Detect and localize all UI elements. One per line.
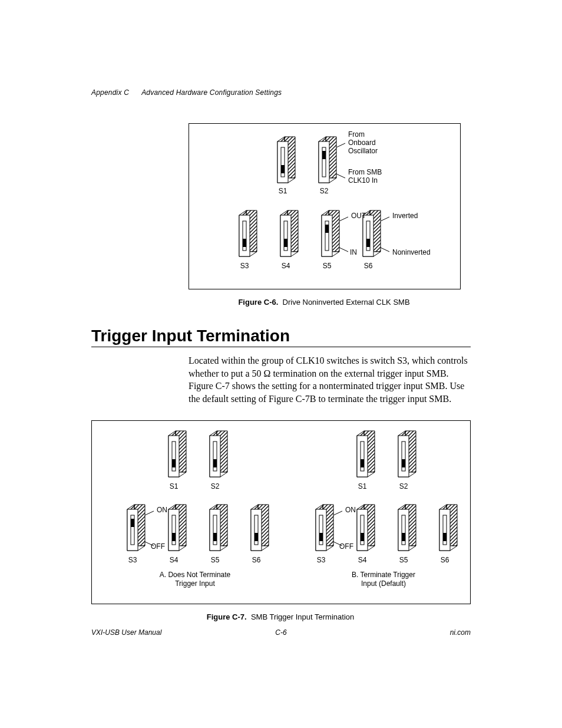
label-smb2: CLK10 In: [348, 176, 378, 185]
svg-rect-79: [254, 533, 258, 541]
label-inv: Inverted: [392, 212, 418, 220]
runhead-appendix: Appendix C: [91, 88, 129, 97]
svg-line-40: [381, 217, 389, 221]
svg-line-33: [339, 248, 348, 252]
label-out: OUT: [351, 212, 366, 220]
svg-rect-19: [243, 239, 246, 247]
b-s2: S2: [399, 482, 408, 490]
svg-rect-85: [361, 459, 364, 467]
label-s6: S6: [364, 262, 373, 270]
svg-rect-53: [213, 459, 217, 467]
svg-rect-39: [366, 239, 370, 247]
svg-rect-25: [284, 239, 287, 247]
label-noninv: Noninverted: [392, 248, 431, 256]
running-head: Appendix C Advanced Hardware Configurati…: [91, 88, 471, 97]
svg-rect-105: [361, 533, 364, 541]
caption-num: Figure C-6.: [238, 298, 278, 307]
label-from1: From: [348, 130, 365, 139]
figure-c6-box: S1 S2 From Onboard Oscillator From SMB C…: [189, 123, 461, 289]
svg-rect-117: [443, 533, 447, 541]
svg-rect-5: [281, 165, 285, 173]
svg-rect-67: [172, 533, 176, 541]
svg-rect-59: [131, 519, 134, 527]
a-s5: S5: [211, 556, 220, 564]
svg-line-60: [145, 511, 154, 515]
label-s3: S3: [240, 262, 249, 270]
a-s1: S1: [170, 482, 178, 490]
b-s6: S6: [441, 556, 449, 564]
svg-line-13: [336, 174, 345, 178]
runhead-title: Advanced Hardware Configuration Settings: [141, 88, 282, 97]
svg-line-32: [339, 217, 348, 221]
a-on: ON: [157, 506, 167, 514]
svg-rect-91: [402, 459, 405, 467]
a-s2: S2: [211, 482, 220, 490]
figure-c7-caption: Figure C-7. SMB Trigger Input Terminatio…: [91, 612, 470, 621]
b-cap2: Input (Default): [361, 579, 406, 588]
figure-c7-box: S1 S2: [91, 420, 471, 604]
svg-line-12: [336, 143, 345, 147]
label-smb1: From SMB: [348, 168, 382, 176]
a-cap2: Trigger Input: [175, 579, 215, 588]
caption-text: Drive Noninverted External CLK SMB: [283, 298, 410, 307]
b-on: ON: [345, 506, 356, 514]
b-s4: S4: [358, 556, 367, 564]
svg-rect-73: [213, 533, 217, 541]
a-s3: S3: [128, 556, 137, 564]
a-cap1: A. Does Not Terminate: [160, 571, 231, 579]
label-s2: S2: [320, 187, 329, 195]
svg-rect-111: [402, 533, 405, 541]
b-off: OFF: [339, 542, 353, 551]
b-cap1: B. Terminate Trigger: [352, 571, 415, 579]
footer-center: C-6: [91, 628, 471, 637]
label-s4: S4: [282, 262, 290, 270]
label-from2: Onboard: [348, 139, 376, 147]
label-in: IN: [350, 248, 357, 256]
svg-rect-97: [319, 533, 323, 541]
label-s1: S1: [279, 187, 287, 195]
figure-c6-svg: S1 S2 From Onboard Oscillator From SMB C…: [189, 124, 460, 289]
page: Appendix C Advanced Hardware Configurati…: [0, 0, 562, 728]
caption7-text: SMB Trigger Input Termination: [251, 612, 354, 621]
label-s5: S5: [323, 262, 332, 270]
caption7-num: Figure C-7.: [207, 612, 247, 621]
page-footer: VXI-USB User Manual C-6 ni.com: [91, 628, 471, 637]
section-heading: Trigger Input Termination: [91, 327, 471, 347]
a-s6: S6: [252, 556, 261, 564]
figure-c6-caption: Figure C-6. Drive Noninverted External C…: [189, 298, 459, 307]
b-s1: S1: [358, 482, 367, 490]
body-paragraph: Located within the group of CLK10 switch…: [189, 354, 468, 405]
a-s4: S4: [170, 556, 178, 564]
svg-line-98: [333, 511, 342, 515]
a-off: OFF: [151, 542, 165, 551]
svg-line-41: [381, 248, 389, 252]
svg-rect-31: [325, 225, 329, 233]
b-s3: S3: [317, 556, 326, 564]
svg-rect-11: [322, 151, 326, 159]
label-from3: Oscillator: [348, 147, 378, 155]
figure-c7-svg: S1 S2: [92, 421, 470, 604]
b-s5: S5: [399, 556, 408, 564]
svg-rect-47: [172, 459, 176, 467]
